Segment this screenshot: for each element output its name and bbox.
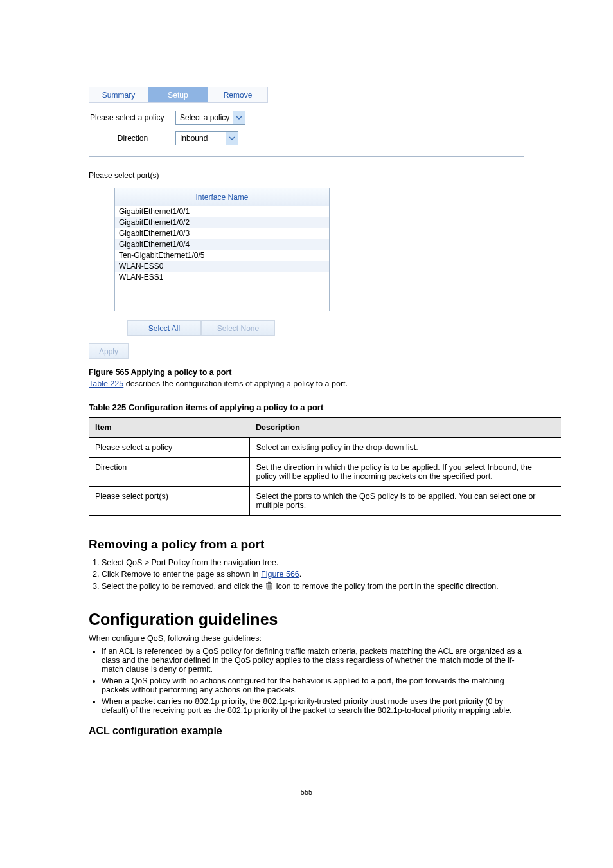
table-header-description: Description [249,418,561,438]
select-none-button[interactable]: Select None [201,320,275,336]
ports-label: Please select port(s) [89,171,524,180]
trash-icon [265,581,274,592]
select-all-button[interactable]: Select All [127,320,201,336]
guideline-item: If an ACL is referenced by a QoS policy … [102,647,524,674]
guidelines-list: If an ACL is referenced by a QoS policy … [102,647,524,715]
figure-reference-link[interactable]: Figure 566 [261,570,299,579]
apply-button[interactable]: Apply [89,343,129,359]
tab-summary[interactable]: Summary [89,87,148,103]
step-item: Select the policy to be removed, and cli… [102,581,524,592]
caption-follow-text: describes the configuration items of app… [123,379,348,388]
table-caption: Table 225 Configuration items of applyin… [89,402,524,412]
svg-rect-2 [268,582,271,583]
policy-label: Please select a policy [89,113,175,122]
direction-select[interactable]: Inbound [175,131,238,145]
policy-form: Please select a policy Select a policy D… [89,111,524,157]
section-heading-guidelines: Configuration guidelines [89,610,524,629]
port-policy-panel: Summary Setup Remove Please select a pol… [89,87,524,360]
tab-setup[interactable]: Setup [148,87,208,103]
table-cell: Select the ports to which the QoS policy… [249,487,561,516]
list-item[interactable]: GigabitEthernet1/0/4 [115,239,329,250]
config-items-table: Item Description Please select a policy … [89,417,561,516]
list-item[interactable]: Ten-GigabitEthernet1/0/5 [115,250,329,261]
table-reference-link[interactable]: Table 225 [89,379,123,388]
remove-steps: Select QoS > Port Policy from the naviga… [102,558,524,592]
chevron-down-icon[interactable] [226,132,238,145]
table-cell: Please select port(s) [89,487,249,516]
guidelines-intro: When configure QoS, following these guid… [89,634,517,643]
guideline-item: When a QoS policy with no actions config… [102,676,524,694]
tab-remove[interactable]: Remove [208,87,268,103]
tab-bar: Summary Setup Remove [89,87,524,103]
step-item: Select QoS > Port Policy from the naviga… [102,558,524,567]
section-heading-remove: Removing a policy from a port [89,538,524,552]
page-number: 555 [39,788,574,796]
table-cell: Select an existing policy in the drop-do… [249,438,561,458]
direction-label: Direction [89,134,175,143]
guideline-item: When a packet carries no 802.1p priority… [102,697,524,715]
svg-rect-1 [266,583,272,584]
table-cell: Set the direction in which the policy is… [249,458,561,487]
ports-table-header: Interface Name [115,188,329,206]
table-cell: Direction [89,458,249,487]
section-heading-acl-example: ACL configuration example [89,725,524,737]
list-item[interactable]: WLAN-ESS0 [115,261,329,272]
table-cell: Please select a policy [89,438,249,458]
step-item: Click Remove to enter the page as shown … [102,570,524,579]
table-header-item: Item [89,418,249,438]
list-item[interactable]: GigabitEthernet1/0/1 [115,206,329,217]
policy-select[interactable]: Select a policy [175,111,245,125]
chevron-down-icon[interactable] [233,111,245,124]
figure-caption: Figure 565 Applying a policy to a port [89,368,574,377]
list-item[interactable]: WLAN-ESS1 [115,272,329,283]
policy-select-value: Select a policy [176,111,233,124]
list-item[interactable]: GigabitEthernet1/0/2 [115,217,329,228]
list-item[interactable]: GigabitEthernet1/0/3 [115,228,329,239]
ports-table: Interface Name GigabitEthernet1/0/1 Giga… [114,188,330,311]
direction-select-value: Inbound [176,132,221,145]
